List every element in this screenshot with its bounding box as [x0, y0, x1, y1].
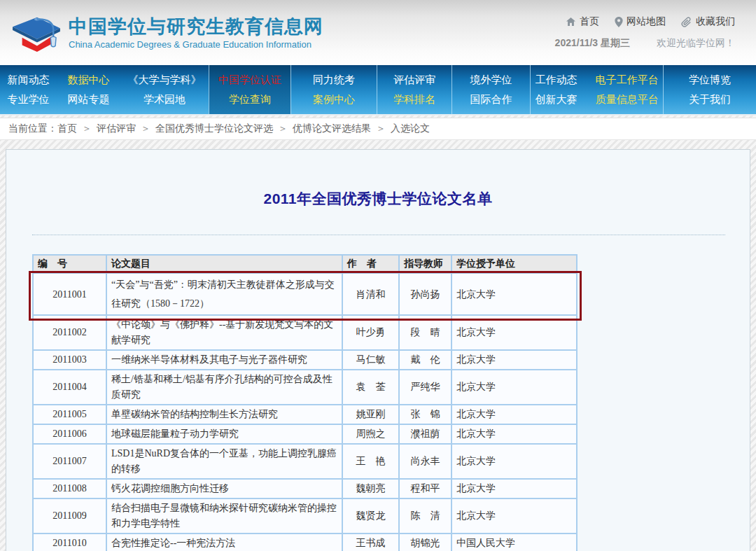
paperclip-icon: [681, 17, 692, 27]
cell-author: 叶少勇: [342, 315, 399, 350]
table-row: 2011006地球磁层能量粒子动力学研究周煦之濮祖荫北京大学: [33, 424, 577, 444]
column-header-col-title: 论文题目: [106, 255, 342, 273]
cell-author: 王书成: [342, 533, 399, 551]
nav-item-《大学与学科》[interactable]: 《大学与学科》: [128, 70, 202, 90]
table-row: 2011001“天会”与“吾党”：明末清初天主教徒群体之形成与交往研究（1580…: [33, 273, 577, 315]
main-nav: 新闻动态专业学位数据中心网站专题《大学与学科》学术园地中国学位认证学位查询同力统…: [0, 65, 756, 116]
cell-univ: 北京大学: [451, 315, 577, 350]
nav-item-学位博览[interactable]: 学位博览: [689, 70, 731, 90]
cell-no: 2011007: [33, 444, 106, 479]
breadcrumb-item-2[interactable]: 评估评审: [97, 123, 136, 134]
table-row: 2011010合宪性推定论--一种宪法方法王书成胡锦光中国人民大学: [33, 533, 577, 551]
column-header-col-univ: 学位授予单位: [451, 255, 577, 273]
nav-item-工作动态[interactable]: 工作动态: [536, 70, 578, 90]
breadcrumb: 当前位置： 首页＞评估评审＞全国优秀博士学位论文评选＞优博论文评选结果＞入选论文: [0, 118, 756, 140]
breadcrumb-separator: ＞: [82, 123, 92, 134]
cell-author: 魏贤龙: [342, 498, 399, 533]
nav-item-学科排名[interactable]: 学科排名: [393, 90, 435, 109]
cell-univ: 北京大学: [451, 424, 577, 444]
nav-item-关于我们[interactable]: 关于我们: [689, 90, 731, 109]
cell-title: 地球磁层能量粒子动力学研究: [106, 424, 342, 444]
header-quick-links: 首页 网站地图 收藏我们: [555, 15, 735, 28]
nav-item-新闻动态[interactable]: 新闻动态: [8, 70, 50, 90]
dissertation-table-wrap: 编 号论文题目作 者指导教师学位授予单位2011001“天会”与“吾党”：明末清…: [32, 254, 578, 551]
cell-advisor: 尚永丰: [399, 444, 451, 479]
nav-item-电子工作平台[interactable]: 电子工作平台: [596, 70, 659, 90]
cell-title: 合宪性推定论--一种宪法方法: [106, 533, 342, 551]
table-row: 2011002《中论颂》与《佛护释》--基于新发现梵文写本的文献学研究叶少勇段 …: [33, 315, 577, 350]
content-panel: 2011年全国优秀博士学位论文名单 编 号论文题目作 者指导教师学位授予单位20…: [6, 149, 750, 551]
cell-no: 2011004: [33, 370, 106, 405]
cell-no: 2011003: [33, 350, 106, 370]
site-subtitle: China Academic Degrees & Graduate Educat…: [69, 39, 323, 50]
cell-title: 稀土/锆基和稀土/铝基有序介孔结构的可控合成及性质研究: [106, 370, 342, 405]
breadcrumb-label: 当前位置：: [8, 123, 57, 135]
table-row: 2011005单壁碳纳米管的结构控制生长方法研究姚亚刚张 锦北京大学: [33, 405, 577, 424]
column-header-col-no: 编 号: [33, 255, 106, 273]
column-header-col-author: 作 者: [342, 255, 399, 273]
breadcrumb-separator: ＞: [278, 123, 288, 134]
page-title: 2011年全国优秀博士学位论文名单: [6, 189, 750, 209]
cell-no: 2011008: [33, 479, 106, 498]
cell-no: 2011001: [33, 273, 106, 315]
nav-item-案例中心[interactable]: 案例中心: [313, 90, 355, 109]
cell-advisor: 孙尚扬: [399, 273, 451, 315]
cell-univ: 北京大学: [451, 498, 577, 533]
cell-advisor: 张 锦: [399, 405, 451, 424]
site-brand: 中国学位与研究生教育信息网 China Academic Degrees & G…: [69, 16, 323, 50]
nav-item-创新大赛[interactable]: 创新大赛: [536, 90, 578, 109]
nav-item-同力统考[interactable]: 同力统考: [313, 70, 355, 90]
cell-title: 结合扫描电子显微镜和纳米探针研究碳纳米管的操控和力学电学特性: [106, 498, 342, 533]
cell-univ: 北京大学: [451, 479, 577, 498]
cell-univ: 北京大学: [451, 405, 577, 424]
nav-item-评估评审[interactable]: 评估评审: [393, 70, 435, 90]
nav-item-专业学位[interactable]: 专业学位: [8, 90, 50, 109]
cell-title: 《中论颂》与《佛护释》--基于新发现梵文写本的文献学研究: [106, 315, 342, 350]
home-link[interactable]: 首页: [566, 15, 599, 28]
cell-no: 2011005: [33, 405, 106, 424]
table-row: 2011007LSD1是NuRD复合体的一个亚基，功能上调控乳腺癌的转移王 艳尚…: [33, 444, 577, 479]
nav-item-学术园地[interactable]: 学术园地: [128, 90, 202, 109]
cell-title: LSD1是NuRD复合体的一个亚基，功能上调控乳腺癌的转移: [106, 444, 342, 479]
nav-section-1: 新闻动态专业学位数据中心网站专题《大学与学科》学术园地: [0, 65, 209, 114]
site-title: 中国学位与研究生教育信息网: [69, 16, 323, 37]
site-logo-icon: [8, 11, 63, 57]
nav-item-境外学位[interactable]: 境外学位: [470, 70, 512, 90]
home-icon: [566, 17, 576, 27]
cell-title: 钙火花调控细胞方向性迁移: [106, 479, 342, 498]
table-row: 2011008钙火花调控细胞方向性迁移魏朝亮程和平北京大学: [33, 479, 577, 498]
breadcrumb-separator: ＞: [141, 123, 150, 134]
cell-no: 2011006: [33, 424, 106, 444]
nav-item-网站专题[interactable]: 网站专题: [68, 90, 110, 109]
table-row: 2011004稀土/锆基和稀土/铝基有序介孔结构的可控合成及性质研究袁 荃严纯华…: [33, 370, 577, 405]
nav-item-质量信息平台[interactable]: 质量信息平台: [596, 90, 659, 109]
nav-section-4: 评估评审学科排名: [377, 65, 451, 114]
cell-advisor: 严纯华: [399, 370, 451, 405]
nav-item-数据中心[interactable]: 数据中心: [68, 70, 110, 90]
cell-univ: 北京大学: [451, 444, 577, 479]
favorite-link[interactable]: 收藏我们: [681, 15, 735, 28]
cell-author: 袁 荃: [342, 370, 399, 405]
nav-section-5: 境外学位国际合作: [451, 65, 530, 114]
breadcrumb-item-1[interactable]: 首页: [57, 123, 77, 134]
cell-advisor: 胡锦光: [399, 533, 451, 551]
dissertation-table: 编 号论文题目作 者指导教师学位授予单位2011001“天会”与“吾党”：明末清…: [32, 254, 578, 551]
breadcrumb-item-4[interactable]: 优博论文评选结果: [293, 123, 371, 134]
cell-author: 周煦之: [342, 424, 399, 444]
cell-title: 一维纳米半导体材料及其电子与光子器件研究: [106, 350, 342, 370]
breadcrumb-item-5[interactable]: 入选论文: [391, 123, 430, 134]
cell-author: 马仁敏: [342, 350, 399, 370]
cell-univ: 北京大学: [451, 350, 577, 370]
breadcrumb-separator: ＞: [376, 123, 386, 134]
cell-author: 肖清和: [342, 273, 399, 315]
cell-title: 单壁碳纳米管的结构控制生长方法研究: [106, 405, 342, 424]
cell-no: 2011002: [33, 315, 106, 350]
welcome-text: 欢迎光临学位网！: [657, 37, 735, 50]
nav-item-中国学位认证[interactable]: 中国学位认证: [218, 70, 281, 90]
breadcrumb-item-3[interactable]: 全国优秀博士学位论文评选: [155, 123, 273, 134]
nav-item-国际合作[interactable]: 国际合作: [470, 90, 512, 109]
nav-section-7: 学位博览关于我们: [663, 65, 756, 114]
nav-item-学位查询[interactable]: 学位查询: [218, 90, 281, 109]
cell-title: “天会”与“吾党”：明末清初天主教徒群体之形成与交往研究（1580－1722）: [106, 273, 342, 315]
sitemap-link[interactable]: 网站地图: [615, 15, 666, 28]
